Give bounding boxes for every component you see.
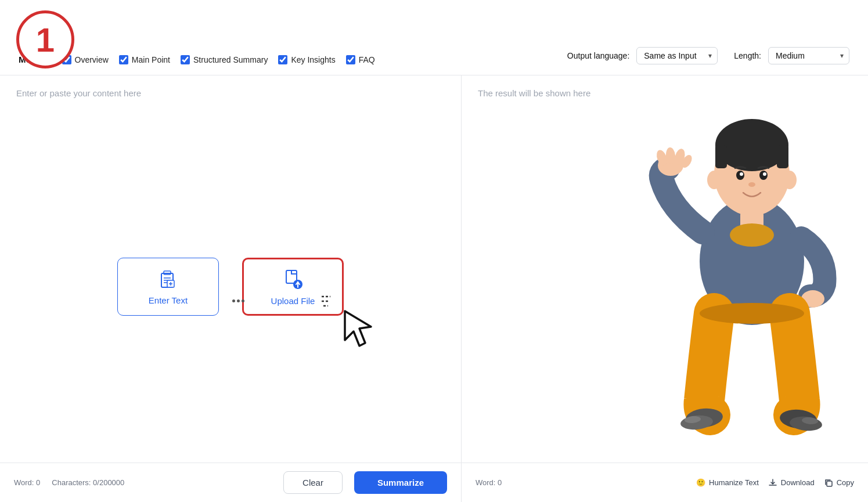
length-dropdown-wrapper[interactable]: Short Medium Long — [768, 47, 849, 64]
paste-icon — [158, 269, 179, 290]
faq-label: FAQ — [359, 55, 375, 64]
summarize-button[interactable]: Summarize — [354, 471, 447, 494]
svg-point-31 — [665, 147, 676, 164]
svg-point-37 — [680, 414, 714, 431]
svg-point-25 — [707, 171, 721, 189]
faq-checkbox[interactable] — [346, 55, 355, 64]
copy-label: Copy — [837, 478, 854, 487]
output-language-select[interactable]: Same as Input English Spanish French — [636, 47, 718, 64]
main-point-checkbox[interactable] — [119, 55, 128, 64]
character-svg — [618, 75, 868, 435]
download-label: Download — [781, 478, 815, 487]
character-3d-illustration — [618, 75, 868, 441]
cursor-arrow-annotation — [319, 285, 388, 349]
main-area: Enter or paste your content here Enter T… — [0, 75, 868, 502]
download-icon — [768, 478, 777, 487]
right-word-count: Word: 0 — [476, 478, 502, 487]
clear-button[interactable]: Clear — [283, 471, 343, 494]
svg-point-26 — [783, 171, 797, 189]
humanize-text-button[interactable]: 🙂 Humanize Text — [696, 478, 759, 487]
svg-point-16 — [714, 132, 790, 216]
right-panel: The result will be shown here — [462, 75, 868, 502]
svg-point-17 — [715, 119, 788, 171]
loading-indicator — [232, 299, 244, 302]
key-insights-checkbox[interactable] — [278, 55, 287, 64]
svg-rect-42 — [827, 481, 832, 486]
svg-point-22 — [740, 172, 743, 176]
input-placeholder-text: Enter or paste your content here — [0, 75, 461, 111]
svg-point-24 — [748, 182, 755, 187]
svg-point-33 — [680, 153, 694, 169]
download-button[interactable]: Download — [768, 478, 815, 487]
structured-summary-checkbox[interactable] — [181, 55, 190, 64]
structured-summary-label: Structured Summary — [193, 55, 268, 64]
step-indicator: 1 — [16, 10, 74, 68]
length-select[interactable]: Short Medium Long — [768, 47, 849, 64]
char-count: Characters: 0/200000 — [52, 478, 124, 487]
svg-rect-19 — [777, 145, 788, 168]
key-insights-label: Key Insights — [291, 55, 335, 64]
left-panel: Enter or paste your content here Enter T… — [0, 75, 462, 502]
mode-main-point[interactable]: Main Point — [119, 55, 170, 64]
upload-file-button[interactable]: Upload File — [242, 258, 344, 316]
mode-structured-summary[interactable]: Structured Summary — [181, 55, 268, 64]
enter-text-label: Enter Text — [149, 295, 188, 305]
center-buttons: Enter Text Upload File — [0, 111, 461, 463]
modes-section: Modes: Overview Main Point Structured Su… — [19, 55, 567, 64]
copy-icon — [824, 478, 833, 487]
svg-point-41 — [802, 417, 819, 425]
overview-label: Overview — [75, 55, 109, 64]
upload-file-label: Upload File — [271, 296, 315, 306]
svg-point-36 — [685, 407, 724, 428]
output-language-dropdown-wrapper[interactable]: Same as Input English Spanish French — [636, 47, 718, 64]
svg-point-20 — [736, 171, 744, 180]
right-bottom-bar: Word: 0 🙂 Humanize Text Download Copy — [462, 463, 868, 502]
result-placeholder: The result will be shown here — [462, 75, 868, 111]
svg-marker-14 — [345, 311, 371, 346]
output-section: Output language: Same as Input English S… — [567, 47, 849, 64]
mode-faq[interactable]: FAQ — [346, 55, 375, 64]
svg-point-40 — [789, 416, 823, 432]
svg-rect-27 — [740, 212, 763, 232]
svg-point-30 — [655, 149, 669, 167]
length-label: Length: — [734, 51, 761, 60]
svg-point-32 — [673, 147, 687, 165]
svg-point-28 — [730, 223, 774, 247]
mode-key-insights[interactable]: Key Insights — [278, 55, 335, 64]
step-number: 1 — [36, 20, 55, 59]
svg-point-38 — [685, 416, 701, 424]
smile-icon: 🙂 — [696, 478, 705, 487]
output-language-label: Output language: — [567, 51, 629, 60]
svg-point-29 — [658, 155, 683, 176]
toolbar: Modes: Overview Main Point Structured Su… — [0, 0, 868, 75]
svg-point-23 — [763, 172, 766, 176]
svg-rect-18 — [715, 145, 727, 168]
left-bottom-bar: Word: 0 Characters: 0/200000 Clear Summa… — [0, 463, 461, 502]
svg-point-34 — [801, 290, 824, 308]
enter-text-button[interactable]: Enter Text — [117, 258, 219, 316]
word-count: Word: 0 — [14, 478, 40, 487]
humanize-label: Humanize Text — [709, 478, 759, 487]
svg-point-15 — [700, 197, 804, 325]
cursor-arrow-icon — [319, 285, 388, 355]
svg-point-39 — [779, 408, 818, 429]
copy-button[interactable]: Copy — [824, 478, 854, 487]
upload-icon — [282, 268, 304, 290]
main-point-label: Main Point — [132, 55, 170, 64]
svg-point-21 — [759, 171, 768, 180]
svg-point-35 — [700, 303, 804, 324]
